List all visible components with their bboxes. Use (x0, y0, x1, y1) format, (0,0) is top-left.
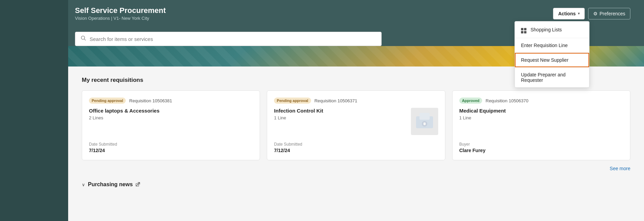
card-info-1: Office laptops & Accessories 2 Lines (89, 108, 159, 120)
requisition-card-1[interactable]: Pending approval Requisition 10506381 Of… (82, 90, 260, 160)
req-number-3: Requisition 10506370 (486, 98, 528, 103)
date-value-1: 7/12/24 (89, 148, 253, 153)
buyer-label-3: Buyer (459, 142, 623, 147)
app-subtitle: Vision Operations | V1- New York City (75, 16, 166, 21)
card-lines-1: 2 Lines (89, 115, 159, 120)
shopping-lists-label: Shopping Lists (531, 27, 562, 32)
chevron-down-icon[interactable]: ∨ (82, 182, 85, 187)
card-info-2: Infection Control Kit 1 Line (274, 108, 323, 120)
card-title-2: Infection Control Kit (274, 108, 323, 114)
card-bottom-2: Date Submitted 7/12/24 (274, 142, 438, 153)
svg-rect-6 (423, 123, 426, 124)
main-wrapper: My recent requisitions Pending approval … (68, 67, 644, 221)
header-left: Self Service Procurement Vision Operatio… (75, 6, 166, 21)
dropdown-item-enter-requisition[interactable]: Enter Requisition Line (515, 38, 589, 53)
date-value-2: 7/12/24 (274, 148, 438, 153)
dropdown-item-request-supplier[interactable]: Request New Supplier (515, 53, 589, 67)
svg-rect-3 (419, 113, 430, 120)
external-link-icon[interactable] (136, 182, 140, 188)
main-content: My recent requisitions Pending approval … (68, 67, 644, 221)
see-more-link[interactable]: See more (610, 166, 630, 171)
page-header: Self Service Procurement Vision Operatio… (0, 0, 644, 27)
preferences-label: Preferences (600, 11, 625, 16)
card-top-3: Approved Requisition 10506370 Medical Eq… (459, 98, 623, 120)
header-right: Actions ▾ ⚙ Preferences (553, 8, 630, 19)
requisition-card-2[interactable]: Pending approval Requisition 10506371 In… (267, 90, 445, 160)
requisition-card-3[interactable]: Approved Requisition 10506370 Medical Eq… (452, 90, 630, 160)
update-preparer-label: Update Preparer and Requester (521, 72, 583, 83)
dropdown-item-shopping-lists[interactable]: Shopping Lists (515, 21, 589, 38)
card-lines-2: 1 Line (274, 115, 323, 120)
card-image-2 (411, 108, 438, 135)
preferences-button[interactable]: ⚙ Preferences (588, 8, 630, 19)
actions-button[interactable]: Actions ▾ (553, 8, 584, 19)
date-label-1: Date Submitted (89, 142, 253, 147)
grid-icon (521, 26, 526, 33)
purchasing-news-section: ∨ Purchasing news (82, 181, 630, 188)
requisitions-cards-row: Pending approval Requisition 10506381 Of… (82, 90, 630, 160)
dropdown-item-update-preparer[interactable]: Update Preparer and Requester (515, 68, 589, 87)
card-content-1: Office laptops & Accessories 2 Lines (89, 108, 253, 120)
card-lines-3: 1 Line (459, 115, 506, 120)
card-title-1: Office laptops & Accessories (89, 108, 159, 114)
request-supplier-label: Request New Supplier (521, 57, 568, 63)
card-info-3: Medical Equipment 1 Line (459, 108, 506, 120)
card-badges-1: Pending approval Requisition 10506381 (89, 98, 253, 104)
actions-label: Actions (558, 11, 576, 16)
card-badges-2: Pending approval Requisition 10506371 (274, 98, 438, 104)
app-title: Self Service Procurement (75, 6, 166, 15)
search-icon (81, 35, 86, 42)
date-label-2: Date Submitted (274, 142, 438, 147)
chevron-down-icon: ▾ (578, 12, 580, 15)
req-number-2: Requisition 10506371 (315, 98, 357, 103)
purchasing-news-title: Purchasing news (88, 181, 133, 188)
card-content-2: Infection Control Kit 1 Line (274, 108, 438, 135)
status-badge-3: Approved (459, 98, 482, 104)
card-title-3: Medical Equipment (459, 108, 506, 114)
buyer-value-3: Clare Furey (459, 148, 623, 153)
card-content-3: Medical Equipment 1 Line (459, 108, 623, 120)
card-top-1: Pending approval Requisition 10506381 Of… (89, 98, 253, 120)
enter-requisition-label: Enter Requisition Line (521, 43, 568, 48)
status-badge-1: Pending approval (89, 98, 126, 104)
left-navigation (0, 0, 68, 221)
card-top-2: Pending approval Requisition 10506371 In… (274, 98, 438, 135)
card-bottom-1: Date Submitted 7/12/24 (89, 142, 253, 153)
actions-dropdown: Shopping Lists Enter Requisition Line Re… (515, 21, 589, 88)
search-input[interactable] (90, 36, 376, 42)
status-badge-2: Pending approval (274, 98, 311, 104)
card-badges-3: Approved Requisition 10506370 (459, 98, 623, 104)
gear-icon: ⚙ (593, 11, 598, 16)
search-bar (75, 32, 382, 46)
see-more-row: See more (82, 166, 630, 171)
req-number-1: Requisition 10506381 (129, 98, 172, 103)
card-bottom-3: Buyer Clare Furey (459, 142, 623, 153)
svg-line-1 (85, 39, 86, 41)
